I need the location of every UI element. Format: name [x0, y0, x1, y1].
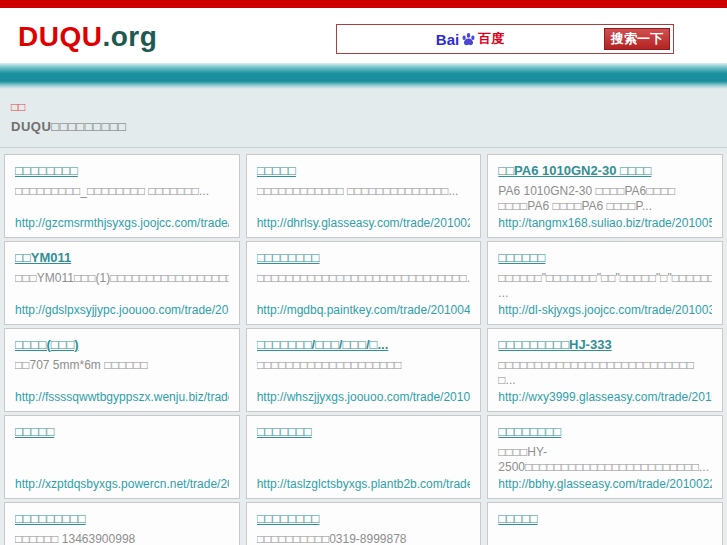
result-card: □□□□□□□□ □□□□□□□□□_□□□□□□□□ □□□□□□□... h… — [4, 154, 240, 238]
result-title-link[interactable]: □□□□(□□□) — [15, 337, 229, 352]
result-description: □□□□□□"□□□□□□□"□□"□□□□□"□"□□□□□□"、 ... — [498, 271, 712, 303]
top-red-bar — [0, 0, 727, 8]
result-url-link[interactable]: http://whszjjyxgs.joouoo.com/trade/20100… — [257, 390, 471, 404]
result-title-link[interactable]: □□□□□ — [15, 424, 229, 439]
result-url-link[interactable]: http://tangmx168.suliao.biz/trade/201005… — [498, 216, 712, 230]
search-input[interactable] — [340, 28, 600, 50]
result-card: □□YM011 □□□YM011□□□(1)□□□□□□□□□□□□□□□□□□… — [4, 241, 240, 325]
search-box: Bai 百度 搜索一下 — [336, 24, 674, 54]
result-title-link[interactable]: □□□□□□ — [498, 250, 712, 265]
result-description: □□□YM011□□□(1)□□□□□□□□□□□□□□□□□□□□□... — [15, 271, 229, 303]
result-url-link[interactable]: http://xzptdqsbyxgs.powercn.net/trade/20… — [15, 477, 229, 491]
result-description: □□□□□□□□□□0319-8999878 — [257, 532, 471, 545]
results-grid: □□□□□□□□ □□□□□□□□□_□□□□□□□□ □□□□□□□... h… — [0, 148, 727, 545]
result-title-link[interactable]: □□□□□□□ — [257, 424, 471, 439]
result-title-link[interactable]: □□□□□□□□ — [257, 250, 471, 265]
notice-section: □□ DUQU□□□□□□□□□ — [0, 89, 727, 148]
result-description: □□□□□□□□□_□□□□□□□□ □□□□□□□... — [15, 184, 229, 216]
result-url-link[interactable]: http://fssssqwwtbgyppszx.wenju.biz/trade… — [15, 390, 229, 404]
header: DUQU.org Bai 百度 搜索一下 — [0, 8, 727, 63]
result-description: □□□□□□□□□□□□ □□□□□□□□□□□□□□... — [257, 184, 471, 216]
result-title-link[interactable]: □□□□□□□/□□□/□□□/□... — [257, 337, 471, 352]
result-description: □□□□□□□□□□□□□□□□□□□□□□□□□□□□□... — [257, 271, 471, 303]
result-description: PA6 1010GN2-30 □□□□PA6□□□□ □□□□PA6 □□□□P… — [498, 184, 712, 216]
result-url-link[interactable]: http://dl-skjyxgs.joojcc.com/trade/20100… — [498, 303, 712, 317]
result-description — [257, 445, 471, 477]
result-url-link[interactable]: http://dhrlsy.glasseasy.com/trade/201002… — [257, 216, 471, 230]
result-title-link[interactable]: □□□□□□□□ — [15, 163, 229, 178]
result-description — [498, 532, 712, 545]
logo-text-suffix: .org — [102, 21, 157, 52]
notice-text: DUQU□□□□□□□□□ — [11, 119, 715, 134]
result-title-link[interactable]: □□□□□ — [257, 163, 471, 178]
result-title-link[interactable]: □□□□□□□□ — [257, 511, 471, 526]
result-card: □□□□□□□□ □□□□□□□□□□□□□□□□□□□□□□□□□□□□□..… — [246, 241, 482, 325]
teal-divider-bar — [0, 63, 727, 89]
result-card: □□□□(□□□) □□707 5mm*6m □□□□□□ http://fss… — [4, 328, 240, 412]
site-logo[interactable]: DUQU.org — [18, 21, 157, 53]
result-url-link[interactable]: http://bbhy.glasseasy.com/trade/20100227… — [498, 477, 712, 491]
result-url-link[interactable]: http://mgdbq.paintkey.com/trade/20100427… — [257, 303, 471, 317]
result-url-link[interactable]: http://gzcmsrmthjsyxgs.joojcc.com/trade/… — [15, 216, 229, 230]
result-card: □□□□□□ □□□□□□"□□□□□□□"□□"□□□□□"□"□□□□□□"… — [487, 241, 723, 325]
result-card: □□□□□ □□□□□□□□□□□□ □□□□□□□□□□□□□□... htt… — [246, 154, 482, 238]
result-description: □□□□□□□□□□□□□□□□□□□□ — [257, 358, 471, 390]
result-card: □□□□□□□ http://taslzglctsbyxgs.plantb2b.… — [246, 415, 482, 499]
result-url-link[interactable]: http://gdslpxsyjjypc.joouoo.com/trade/20… — [15, 303, 229, 317]
result-description — [15, 445, 229, 477]
result-title-link[interactable]: □□PA6 1010GN2-30 □□□□ — [498, 163, 712, 178]
result-card: □□□□□□□□□ □□□□□□ 13463900998 □□□□□□□□□□□… — [4, 502, 240, 545]
result-card: □□□□□□□□ □□□□HY-2500□□□□□□□□□□□□□□□□□□□□… — [487, 415, 723, 499]
result-card: □□PA6 1010GN2-30 □□□□ PA6 1010GN2-30 □□□… — [487, 154, 723, 238]
result-description: □□□□□□□□□□□□□□□□□□□□□□□□□□□ □... — [498, 358, 712, 390]
result-title-link[interactable]: □□□□□□□□ — [498, 424, 712, 439]
notice-label[interactable]: □□ — [11, 100, 715, 116]
search-field: Bai 百度 — [340, 28, 600, 50]
result-title-link[interactable]: □□□□□□□□□HJ-333 — [498, 337, 712, 352]
result-url-link[interactable]: http://taslzglctsbyxgs.plantb2b.com/trad… — [257, 477, 471, 491]
result-title-link[interactable]: □□□□□□□□□ — [15, 511, 229, 526]
result-card: □□□□□□□□□HJ-333 □□□□□□□□□□□□□□□□□□□□□□□□… — [487, 328, 723, 412]
result-card: □□□□□ http://xzptdqsbyxgs.powercn.net/tr… — [4, 415, 240, 499]
result-card: □□□□□□□/□□□/□□□/□... □□□□□□□□□□□□□□□□□□□… — [246, 328, 482, 412]
result-card: □□□□□ — [487, 502, 723, 545]
result-description: □□707 5mm*6m □□□□□□ — [15, 358, 229, 390]
logo-text-main: DUQU — [18, 21, 102, 52]
result-description: □□□□HY-2500□□□□□□□□□□□□□□□□□□□□□□□□... — [498, 445, 712, 477]
search-button[interactable]: 搜索一下 — [604, 28, 670, 50]
result-card: □□□□□□□□ □□□□□□□□□□0319-8999878 — [246, 502, 482, 545]
result-title-link[interactable]: □□YM011 — [15, 250, 229, 265]
result-url-link[interactable]: http://wxy3999.glasseasy.com/trade/20100… — [498, 390, 712, 404]
result-title-link[interactable]: □□□□□ — [498, 511, 712, 526]
result-description: □□□□□□ 13463900998 □□□□□□□□□□□□□□□□□□□ □… — [15, 532, 229, 545]
